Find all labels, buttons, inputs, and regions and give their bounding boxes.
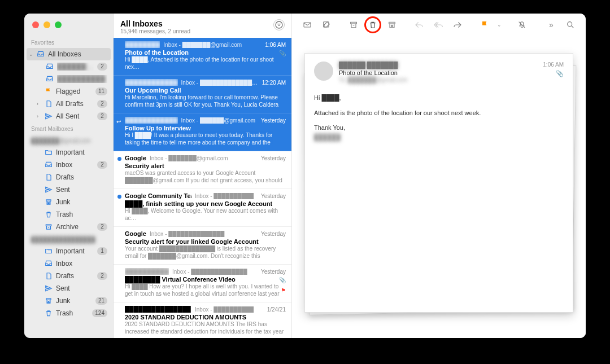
flag-menu-button[interactable]: ⌄ <box>495 18 503 32</box>
sidebar-item-all-sent[interactable]: › All Sent 2 <box>24 110 113 122</box>
svg-point-8 <box>568 22 572 27</box>
message-subject: 2020 STANDARD DEDUCTION AMOUNTS <box>125 314 286 321</box>
junk-button[interactable] <box>384 18 400 32</box>
message-time: Yesterday <box>261 193 286 199</box>
sidebar-item-label: Sent <box>56 186 107 194</box>
preview-time: 1:06 AM <box>543 62 564 68</box>
message-row[interactable]: ↩████████████Inbox - ██████@gmail.comYes… <box>114 113 291 151</box>
reply-all-button[interactable] <box>430 18 447 32</box>
sidebar-item-important[interactable]: Important1 <box>24 245 113 257</box>
message-preview: Your account ██████████████ is listed as… <box>125 245 286 260</box>
search-button[interactable] <box>562 18 579 32</box>
reply-button[interactable] <box>411 18 428 32</box>
sidebar-item-label: Important <box>56 247 94 255</box>
minimize-window-button[interactable] <box>43 21 50 28</box>
message-row[interactable]: GoogleInbox - ███████@gmail.comYesterday… <box>114 151 291 189</box>
message-row[interactable]: ███████████████ CPAInbox - ██████████1/2… <box>114 302 291 338</box>
inbox-icon <box>46 74 54 84</box>
inbox-icon <box>45 160 53 169</box>
message-row[interactable]: 📎⚑██████████Inbox - ██████████████Yester… <box>114 265 291 302</box>
message-list-header: All Inboxes 15,946 messages, 2 unread <box>114 14 291 38</box>
mark-read-button[interactable] <box>299 18 316 32</box>
sidebar-item-label: Inbox <box>56 260 107 267</box>
mute-button[interactable] <box>513 18 530 32</box>
compose-button[interactable] <box>318 18 335 32</box>
message-from: Google <box>125 155 146 161</box>
message-row[interactable]: GoogleInbox - ██████████████YesterdaySec… <box>114 227 291 265</box>
message-preview-card[interactable]: ██████ ███████ Photo of the Location To:… <box>304 53 573 313</box>
chevron-down-icon[interactable]: ⌄ <box>29 51 33 57</box>
message-mailbox: Inbox - ████████████████ <box>181 80 259 86</box>
sidebar-account-header-2[interactable]: ████████████████ <box>24 233 113 245</box>
trash-icon <box>45 210 53 219</box>
sidebar-account-header-1[interactable]: ███████@gmail.com <box>24 134 113 146</box>
flag-icon <box>45 87 53 96</box>
svg-rect-1 <box>46 225 51 226</box>
sent-icon <box>45 112 53 121</box>
sidebar-item-trash[interactable]: Trash <box>24 208 113 221</box>
sidebar-item-archive[interactable]: Archive2 <box>24 221 113 233</box>
sidebar-item-inbox[interactable]: Inbox2 <box>24 159 113 171</box>
unread-dot-icon <box>117 195 121 199</box>
sidebar-item-important[interactable]: Important <box>24 146 113 159</box>
message-time: Yesterday <box>261 117 286 124</box>
sidebar-item-drafts[interactable]: Drafts2 <box>24 270 113 282</box>
sidebar-item-label: ██████@g… <box>57 63 94 71</box>
message-time: Yesterday <box>261 269 286 275</box>
avatar <box>314 62 333 81</box>
sidebar: Favorites ⌄ All Inboxes ██████@g… 2 ████… <box>24 14 114 338</box>
sidebar-item-label: Junk <box>56 198 107 206</box>
message-subject: Our Upcoming Call <box>125 87 286 94</box>
delete-button[interactable] <box>364 16 381 33</box>
svg-rect-4 <box>304 23 311 27</box>
archive-button[interactable] <box>345 18 362 32</box>
sidebar-section-favorites: Favorites <box>24 36 113 48</box>
sidebar-item-flagged[interactable]: Flagged 11 <box>24 85 113 98</box>
forward-button[interactable] <box>449 18 466 32</box>
doc-icon <box>45 271 53 280</box>
sidebar-item-drafts[interactable]: Drafts <box>24 171 113 183</box>
chevron-right-icon[interactable]: › <box>37 101 41 107</box>
sent-icon <box>45 284 53 293</box>
sidebar-item-junk[interactable]: Junk21 <box>24 295 113 307</box>
preview-to: To: ███████@gmail.com <box>339 77 537 83</box>
flag-button[interactable] <box>476 18 493 32</box>
sidebar-item-sent[interactable]: Sent <box>24 282 113 295</box>
close-window-button[interactable] <box>32 21 39 28</box>
sidebar-item-label: Junk <box>56 297 92 305</box>
preview-from: ██████ ███████ <box>339 62 537 68</box>
sidebar-item-all-drafts[interactable]: › All Drafts 2 <box>24 98 113 110</box>
sidebar-item-account-inbox-1[interactable]: ██████@g… 2 <box>24 60 113 73</box>
svg-rect-2 <box>46 299 51 300</box>
sidebar-item-label: Important <box>56 148 107 156</box>
svg-rect-6 <box>351 22 357 24</box>
mail-window: Favorites ⌄ All Inboxes ██████@g… 2 ████… <box>24 14 586 338</box>
sidebar-item-junk[interactable]: Junk <box>24 196 113 208</box>
message-row[interactable]: 📎████████Inbox - ███████@gmail.com1:06 A… <box>114 38 291 76</box>
chevron-right-icon[interactable]: › <box>37 113 41 119</box>
message-row[interactable]: ████████████Inbox - ████████████████12:2… <box>114 76 291 113</box>
zoom-window-button[interactable] <box>55 21 62 28</box>
mailbox-title: All Inboxes <box>120 19 190 28</box>
count-badge: 2 <box>97 223 107 231</box>
inbox-icon <box>37 50 45 59</box>
sidebar-item-sent[interactable]: Sent <box>24 183 113 196</box>
more-button[interactable]: » <box>543 18 560 32</box>
sidebar-item-all-inboxes[interactable]: ⌄ All Inboxes <box>27 48 111 60</box>
count-badge: 2 <box>97 100 107 108</box>
filter-button[interactable] <box>273 19 285 30</box>
message-subject: ████████ Virtual Conference Video <box>125 276 286 283</box>
message-mailbox: Inbox - ██████████████ <box>172 269 258 275</box>
message-preview: Hi I ████! It was a pleasure to meet you… <box>125 131 286 146</box>
message-row[interactable]: Google Community TeamInbox - ██████████Y… <box>114 189 291 227</box>
preview-body: Hi ████, Attached is the photo of the lo… <box>314 93 564 142</box>
message-time: Yesterday <box>261 231 286 237</box>
message-list[interactable]: 📎████████Inbox - ███████@gmail.com1:06 A… <box>114 38 291 338</box>
inbox-icon <box>46 62 54 71</box>
message-time: 1/24/21 <box>267 306 286 313</box>
sidebar-item-account-inbox-2[interactable]: ██████████ <box>24 73 113 85</box>
sidebar-item-trash[interactable]: Trash124 <box>24 307 113 319</box>
message-subject: Follow Up to Interview <box>125 125 286 131</box>
preview-subject: Photo of the Location <box>339 69 537 76</box>
sidebar-item-inbox[interactable]: Inbox <box>24 257 113 270</box>
